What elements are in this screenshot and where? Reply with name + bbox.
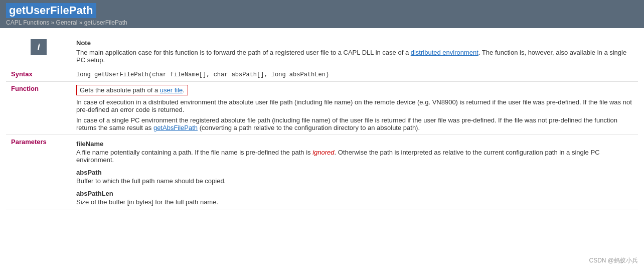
syntax-content: long getUserFilePath(char fileName[], ch… xyxy=(71,67,638,82)
param-abspathlen-name: absPathLen xyxy=(76,190,633,197)
note-text: The main application case for this funct… xyxy=(76,49,633,64)
param-filename-name: fileName xyxy=(76,140,633,148)
breadcrumb-current: getUserFilePath xyxy=(84,19,127,26)
function-summary: Gets the absolute path of a user file. xyxy=(76,85,188,95)
parameters-content: fileName A file name potentially contain… xyxy=(71,135,638,209)
function-summary-after: . xyxy=(183,86,185,94)
param-filename: fileName A file name potentially contain… xyxy=(76,140,633,164)
parameters-row: Parameters fileName A file name potentia… xyxy=(6,135,638,209)
param-abspath: absPath Buffer to which the full path na… xyxy=(76,169,633,185)
header: getUserFilePath CAPL Functions » General… xyxy=(0,0,644,28)
info-icon: i xyxy=(31,39,47,55)
note-icon-cell: i xyxy=(6,36,71,67)
content-area: i Note The main application case for thi… xyxy=(0,28,644,217)
function-para2-after: (converting a path relative to the confi… xyxy=(198,124,420,131)
note-row: i Note The main application case for thi… xyxy=(6,36,638,67)
getabsfilepath-link[interactable]: getAbsFilePath xyxy=(153,124,198,131)
param-abspath-name: absPath xyxy=(76,169,633,176)
note-title: Note xyxy=(76,39,633,47)
ignored-text: ignored xyxy=(312,149,334,156)
note-content: Note The main application case for this … xyxy=(71,36,638,67)
breadcrumb-capl[interactable]: CAPL Functions xyxy=(6,19,49,26)
doc-table: i Note The main application case for thi… xyxy=(6,36,638,209)
function-para2: In case of a single PC environment the r… xyxy=(76,116,633,131)
note-text-before: The main application case for this funct… xyxy=(76,49,411,56)
syntax-label: Syntax xyxy=(6,67,71,82)
breadcrumb-general[interactable]: General xyxy=(56,19,78,26)
function-label: Function xyxy=(6,82,71,135)
syntax-code: long getUserFilePath(char fileName[], ch… xyxy=(76,71,329,78)
param-abspathlen-desc: Size of the buffer [in bytes] for the fu… xyxy=(76,198,633,206)
breadcrumb: CAPL Functions » General » getUserFilePa… xyxy=(6,19,638,26)
syntax-row: Syntax long getUserFilePath(char fileNam… xyxy=(6,67,638,82)
param-abspath-desc: Buffer to which the full path name shoul… xyxy=(76,177,633,185)
param-filename-before: A file name potentially containing a pat… xyxy=(76,149,312,156)
function-row: Function Gets the absolute path of a use… xyxy=(6,82,638,135)
function-para1: In case of execution in a distributed en… xyxy=(76,98,633,113)
function-summary-before: Gets the absolute path of a xyxy=(80,86,160,94)
param-filename-desc: A file name potentially containing a pat… xyxy=(76,149,633,164)
function-content: Gets the absolute path of a user file. I… xyxy=(71,82,638,135)
param-abspathlen: absPathLen Size of the buffer [in bytes]… xyxy=(76,190,633,206)
user-file-link[interactable]: user file xyxy=(160,86,183,94)
distributed-link[interactable]: distributed environment xyxy=(411,49,478,56)
parameters-label: Parameters xyxy=(6,135,71,209)
page-title: getUserFilePath xyxy=(6,3,96,18)
